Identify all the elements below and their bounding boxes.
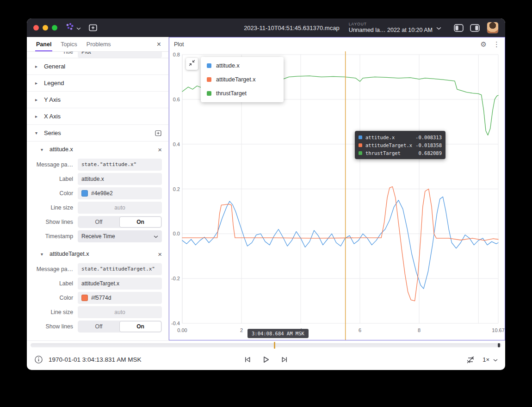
collapse-arrows-icon xyxy=(188,59,196,68)
add-panel-button[interactable] xyxy=(87,23,99,33)
chevron-right-icon: ▸ xyxy=(35,114,40,119)
content-area: Panel Topics Problems × Title Plot ▸ xyxy=(27,37,505,340)
show-lines-row: Show lines Off On xyxy=(27,319,168,333)
play-button[interactable] xyxy=(261,355,271,364)
section-series[interactable]: ▾ Series xyxy=(27,125,168,142)
series-header-attitude-target-x[interactable]: ▾ attitudeTarget.x × xyxy=(27,246,168,262)
message-path-row: Message pa… state."attitudeTarget.x" xyxy=(27,262,168,276)
section-general[interactable]: ▸ General xyxy=(27,58,168,75)
show-lines-label: Show lines xyxy=(27,219,78,225)
playback-controls: 1970-01-01 3:04:13.831 AM MSK xyxy=(27,349,505,370)
app-window: 2023-11-10T04:51:45.631370.mcap LAYOUT U… xyxy=(27,18,505,370)
layout-menu-button[interactable]: LAYOUT Unnamed la… 2022 at 10:20 AM xyxy=(349,22,441,33)
playback-scrubber-handle[interactable] xyxy=(274,342,275,349)
delete-series-button[interactable]: × xyxy=(158,250,162,258)
line-size-input[interactable]: auto xyxy=(78,202,162,214)
sidebar-toggles xyxy=(453,24,480,32)
playback-scrubber[interactable] xyxy=(31,343,501,347)
panel-settings-gear-icon[interactable]: ⚙ xyxy=(481,40,487,49)
seek-forward-button[interactable] xyxy=(280,355,289,364)
svg-text:0.6: 0.6 xyxy=(173,97,180,102)
user-avatar[interactable] xyxy=(487,22,499,34)
seek-backward-button[interactable] xyxy=(243,355,252,364)
legend-swatch xyxy=(207,77,211,82)
legend-item-attitude-target-x[interactable]: attitudeTarget.x xyxy=(201,73,284,86)
close-window-button[interactable] xyxy=(33,25,39,31)
show-lines-off-button[interactable]: Off xyxy=(78,216,119,228)
add-series-icon[interactable] xyxy=(155,130,162,137)
show-lines-toggle: Off On xyxy=(78,321,162,333)
tooltip-label: thrustTarget xyxy=(365,150,415,156)
message-path-input[interactable]: state."attitudeTarget.x" xyxy=(78,263,162,275)
series-header-attitude-x[interactable]: ▾ attitude.x × xyxy=(27,142,168,157)
collapse-legend-button[interactable] xyxy=(186,58,198,70)
section-legend-label: Legend xyxy=(44,80,64,86)
line-size-label: Line size xyxy=(27,309,78,315)
foxglove-logo-icon xyxy=(65,22,75,33)
chevron-right-icon: ▸ xyxy=(35,80,40,86)
titlebar: 2023-11-10T04:51:45.631370.mcap LAYOUT U… xyxy=(27,18,505,37)
app-menu-button[interactable] xyxy=(65,22,81,33)
svg-text:0.00: 0.00 xyxy=(177,327,187,333)
series-label-input[interactable]: attitudeTarget.x xyxy=(78,278,162,290)
scrubber-end-marker xyxy=(498,343,500,347)
plot-panel: Plot ⚙ ⋮ 0.80.60.40.20.0-0.2-0.40.002468… xyxy=(169,37,505,340)
tooltip-swatch xyxy=(359,151,362,155)
tab-problems[interactable]: Problems xyxy=(82,37,116,51)
svg-text:0.4: 0.4 xyxy=(173,142,180,147)
panel-menu-kebab-icon[interactable]: ⋮ xyxy=(493,40,500,49)
show-lines-label: Show lines xyxy=(27,323,78,330)
message-path-input[interactable]: state."attitude.x" xyxy=(78,159,162,171)
section-x-axis[interactable]: ▸ X Axis xyxy=(27,108,168,125)
section-y-axis[interactable]: ▸ Y Axis xyxy=(27,92,168,108)
label-field-label: Label xyxy=(27,280,78,287)
right-sidebar-toggle[interactable] xyxy=(470,24,480,32)
close-sidebar-button[interactable]: × xyxy=(154,40,164,49)
section-legend[interactable]: ▸ Legend xyxy=(27,75,168,92)
legend-item-thrust-target[interactable]: thrustTarget xyxy=(201,86,284,100)
tab-topics[interactable]: Topics xyxy=(56,37,81,51)
legend-label: thrustTarget xyxy=(216,90,247,97)
color-hex-value: #4e98e2 xyxy=(91,190,113,197)
show-lines-on-button[interactable]: On xyxy=(119,216,161,228)
chevron-right-icon: ▸ xyxy=(35,97,40,102)
clipped-title-row: Title Plot xyxy=(27,52,168,58)
show-lines-on-button[interactable]: On xyxy=(119,321,161,332)
chevron-right-icon: ▸ xyxy=(35,64,40,69)
svg-text:0.2: 0.2 xyxy=(173,186,180,192)
line-size-row: Line size auto xyxy=(27,305,168,319)
loop-off-icon[interactable] xyxy=(466,356,475,364)
left-sidebar-toggle[interactable] xyxy=(453,24,464,32)
color-field-label: Color xyxy=(27,190,78,197)
label-row: Label attitudeTarget.x xyxy=(27,276,168,290)
data-source-title: 2023-11-10T04:51:45.631370.mcap xyxy=(244,25,339,31)
playback-speed-select[interactable]: 1× xyxy=(483,356,498,363)
legend-popup: attitude.x attitudeTarget.x thrustTarget xyxy=(201,57,284,102)
color-picker-field[interactable]: #4e98e2 xyxy=(78,187,162,199)
svg-text:0.0: 0.0 xyxy=(173,231,180,236)
tab-panel[interactable]: Panel xyxy=(31,37,56,51)
section-x-axis-label: X Axis xyxy=(44,113,61,120)
zoom-window-button[interactable] xyxy=(52,25,57,31)
show-lines-off-button[interactable]: Off xyxy=(78,321,119,332)
panel-title-input[interactable]: Plot xyxy=(78,52,162,58)
playback-info-icon[interactable] xyxy=(34,355,43,364)
timestamp-select[interactable]: Receive Time xyxy=(78,230,162,242)
sidebar-tabbar: Panel Topics Problems × xyxy=(27,37,168,52)
svg-text:6: 6 xyxy=(359,327,361,333)
series-label-input[interactable]: attitude.x xyxy=(78,173,162,185)
color-picker-field[interactable]: #f5774d xyxy=(78,292,162,304)
chevron-down-icon: ▾ xyxy=(41,147,45,152)
minimize-window-button[interactable] xyxy=(43,25,48,31)
chevron-down-icon: ▾ xyxy=(41,252,45,257)
color-row: Color #4e98e2 xyxy=(27,186,168,200)
legend-item-attitude-x[interactable]: attitude.x xyxy=(201,59,284,73)
timestamp-label: Timestamp xyxy=(27,233,78,240)
tooltip-swatch xyxy=(359,143,362,147)
line-size-input[interactable]: auto xyxy=(78,306,162,318)
hover-time-badge: 3:04:08.684 AM MSK xyxy=(247,329,309,338)
delete-series-button[interactable]: × xyxy=(158,146,162,154)
chevron-down-icon: ▾ xyxy=(35,130,40,136)
playback-bar: 1970-01-01 3:04:13.831 AM MSK xyxy=(27,340,505,370)
settings-sidebar: Panel Topics Problems × Title Plot ▸ xyxy=(27,37,169,340)
